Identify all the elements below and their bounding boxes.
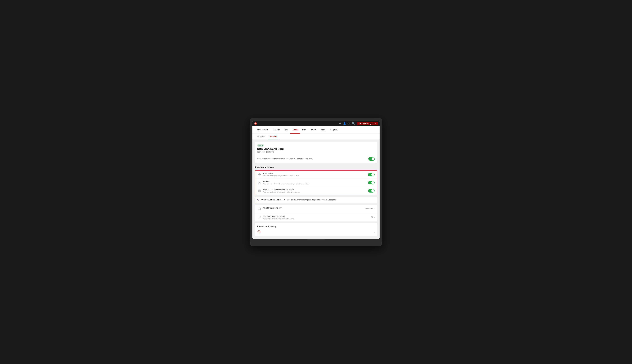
- warning-shield-icon: 🛡: [257, 198, 260, 201]
- warning-text: Avoid unauthorised transactions: Turn th…: [261, 199, 336, 201]
- monthly-spending-chevron: ›: [374, 208, 375, 210]
- nav-apply[interactable]: Apply: [318, 126, 328, 134]
- card-info-section: Active DBS VISA Debit Card 1234 5678 123…: [255, 142, 377, 163]
- top-bar-icons: ⊞ 👤 ✉ 🔍 Proceed to Logout ↗: [339, 122, 378, 125]
- overseas-desc: You can tap to pay or use your card chip…: [263, 191, 300, 193]
- warning-rest: Turn this and your magnetic stripe off i…: [289, 199, 336, 201]
- svg-rect-3: [258, 208, 260, 210]
- spending-icon: [257, 207, 261, 211]
- nav-cards[interactable]: Cards: [290, 126, 300, 134]
- monthly-spending-row[interactable]: Monthly spending limit No limit set ›: [255, 205, 377, 213]
- nav-my-accounts[interactable]: My Accounts: [255, 126, 270, 134]
- nav-invest[interactable]: Invest: [308, 126, 318, 134]
- user-icon[interactable]: 👤: [343, 122, 346, 125]
- nav-pay[interactable]: Pay: [282, 126, 290, 134]
- online-row: Online You can pay online with your card…: [255, 179, 377, 187]
- list-section: Monthly spending limit No limit set ›: [255, 205, 377, 222]
- warning-banner: 🛡 Avoid unauthorised transactions: Turn …: [255, 197, 377, 203]
- monthly-spending-title: Monthly spending limit: [263, 207, 282, 209]
- logout-icon: ↗: [374, 122, 376, 124]
- nav-request[interactable]: Request: [328, 126, 340, 134]
- tab-manage[interactable]: Manage: [268, 134, 279, 139]
- overseas-toggle[interactable]: [368, 189, 374, 192]
- overseas-magnetic-chevron: ›: [374, 216, 375, 218]
- overseas-name: Overseas contactless and card chip: [263, 188, 300, 191]
- accounts-icon[interactable]: ⊞: [339, 122, 341, 125]
- magnetic-icon: [257, 215, 261, 219]
- overseas-magnetic-row[interactable]: Overseas magnetic stripe You can pay ove…: [255, 213, 377, 222]
- nav-transfer[interactable]: Transfer: [270, 126, 282, 134]
- contactless-name: Contactless: [263, 172, 300, 174]
- card-title: DBS VISA Debit Card: [257, 148, 375, 150]
- limits-row[interactable]: $ ›: [255, 228, 377, 236]
- payment-controls-title: Payment controls: [255, 165, 377, 170]
- nav-plan[interactable]: Plan: [300, 126, 308, 134]
- nav-bar: My Accounts Transfer Pay Cards Plan Inve…: [252, 126, 380, 134]
- svg-point-0: [259, 174, 260, 175]
- close-button[interactable]: ✕: [254, 122, 257, 125]
- overseas-icon: [258, 189, 262, 193]
- payment-controls-box: Contactless You can tap to pay with your…: [255, 170, 377, 195]
- proceed-label: Proceed to Logout: [359, 122, 374, 124]
- contactless-row: Contactless You can tap to pay with your…: [255, 170, 377, 179]
- online-name: Online: [263, 180, 310, 183]
- contactless-toggle[interactable]: [368, 173, 374, 176]
- overseas-magnetic-desc: You can pay overseas by swiping your car…: [263, 218, 294, 220]
- tab-overview[interactable]: Overview: [255, 134, 268, 139]
- online-desc: You can pay online with your card number…: [263, 183, 310, 185]
- card-lock-row: Need to block transactions for a while? …: [257, 155, 375, 160]
- limits-title: Limits and billing: [255, 223, 377, 228]
- online-icon: [258, 181, 262, 185]
- contactless-desc: You can tap to pay with your card or mob…: [263, 175, 300, 177]
- monthly-spending-value: No limit set: [364, 208, 373, 210]
- main-content: Active DBS VISA Debit Card 1234 5678 123…: [252, 139, 380, 239]
- online-toggle[interactable]: [368, 181, 374, 184]
- svg-point-4: [258, 209, 259, 209]
- overseas-magnetic-value: Off: [371, 216, 373, 218]
- status-badge: Active: [257, 144, 264, 147]
- overseas-row: Overseas contactless and card chip You c…: [255, 187, 377, 195]
- limits-section: Limits and billing $ ›: [255, 223, 377, 236]
- tabs-bar: Overview Manage: [252, 134, 380, 139]
- card-number: 1234 5678 1234 5678: [257, 151, 375, 153]
- search-icon[interactable]: 🔍: [352, 122, 355, 125]
- top-bar: ✕ ⊞ 👤 ✉ 🔍 Proceed to Logout ↗: [252, 121, 380, 126]
- card-lock-toggle[interactable]: [368, 157, 375, 160]
- svg-text:$: $: [258, 231, 259, 233]
- proceed-logout-button[interactable]: Proceed to Logout ↗: [357, 122, 378, 125]
- svg-rect-1: [258, 182, 261, 184]
- laptop-stand: [307, 239, 325, 240]
- limits-billing-icon: $: [257, 230, 261, 234]
- warning-bold: Avoid unauthorised transactions:: [261, 199, 289, 201]
- contactless-icon: [258, 173, 262, 177]
- limits-chevron: ›: [374, 231, 375, 233]
- mail-icon[interactable]: ✉: [348, 122, 350, 125]
- card-lock-text: Need to block transactions for a while? …: [257, 158, 313, 160]
- overseas-magnetic-title: Overseas magnetic stripe: [263, 215, 294, 217]
